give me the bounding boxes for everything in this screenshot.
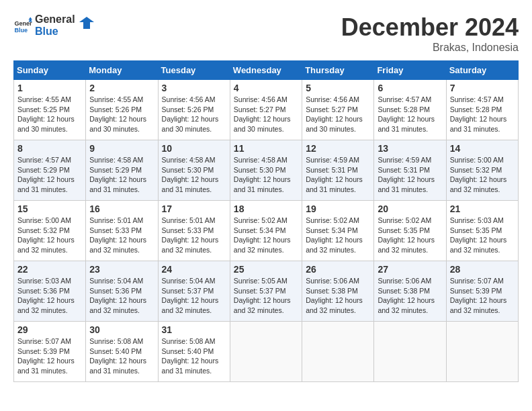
day-detail: Sunrise: 5:08 AMSunset: 5:40 PMDaylight:… xyxy=(162,336,226,376)
day-number: 22 xyxy=(17,264,82,275)
day-detail: Sunrise: 5:06 AMSunset: 5:38 PMDaylight:… xyxy=(378,276,442,316)
day-cell: 6Sunrise: 4:57 AMSunset: 5:28 PMDaylight… xyxy=(374,80,446,140)
day-detail: Sunrise: 5:02 AMSunset: 5:35 PMDaylight:… xyxy=(378,216,442,255)
day-detail: Sunrise: 5:00 AMSunset: 5:32 PMDaylight:… xyxy=(450,155,515,195)
day-cell: 26Sunrise: 5:06 AMSunset: 5:38 PMDayligh… xyxy=(302,261,374,322)
day-detail: Sunrise: 4:55 AMSunset: 5:26 PMDaylight:… xyxy=(89,95,154,134)
calendar-week-4: 29Sunrise: 5:07 AMSunset: 5:39 PMDayligh… xyxy=(14,322,519,382)
day-number: 25 xyxy=(234,264,298,275)
day-detail: Sunrise: 4:56 AMSunset: 5:27 PMDaylight:… xyxy=(306,95,370,134)
day-detail: Sunrise: 5:07 AMSunset: 5:39 PMDaylight:… xyxy=(450,276,515,316)
day-number: 14 xyxy=(450,143,515,154)
col-monday: Monday xyxy=(86,61,158,80)
calendar-week-3: 22Sunrise: 5:03 AMSunset: 5:36 PMDayligh… xyxy=(14,261,519,322)
day-number: 30 xyxy=(89,324,154,335)
logo-general: General xyxy=(35,13,75,26)
day-detail: Sunrise: 4:59 AMSunset: 5:31 PMDaylight:… xyxy=(378,155,442,195)
day-cell: 5Sunrise: 4:56 AMSunset: 5:27 PMDaylight… xyxy=(302,80,374,140)
day-cell: 27Sunrise: 5:06 AMSunset: 5:38 PMDayligh… xyxy=(374,261,446,322)
svg-text:Blue: Blue xyxy=(14,26,28,33)
day-number: 6 xyxy=(378,83,442,93)
day-number: 27 xyxy=(378,264,442,275)
day-cell xyxy=(302,322,374,382)
day-cell: 7Sunrise: 4:57 AMSunset: 5:28 PMDaylight… xyxy=(446,80,518,140)
col-tuesday: Tuesday xyxy=(158,61,230,80)
day-number: 23 xyxy=(89,264,154,275)
day-cell: 11Sunrise: 4:58 AMSunset: 5:30 PMDayligh… xyxy=(230,140,302,201)
day-number: 2 xyxy=(89,83,154,93)
logo-blue: Blue xyxy=(35,26,75,38)
day-number: 28 xyxy=(450,264,515,275)
day-detail: Sunrise: 4:57 AMSunset: 5:29 PMDaylight:… xyxy=(17,155,82,195)
day-detail: Sunrise: 5:05 AMSunset: 5:37 PMDaylight:… xyxy=(234,276,298,316)
day-cell: 8Sunrise: 4:57 AMSunset: 5:29 PMDaylight… xyxy=(14,140,86,201)
day-detail: Sunrise: 5:02 AMSunset: 5:34 PMDaylight:… xyxy=(306,216,370,255)
day-number: 13 xyxy=(378,143,442,154)
day-number: 31 xyxy=(162,324,226,335)
day-cell: 30Sunrise: 5:08 AMSunset: 5:40 PMDayligh… xyxy=(86,322,158,382)
day-number: 21 xyxy=(450,203,515,214)
day-number: 3 xyxy=(162,83,226,93)
day-cell: 19Sunrise: 5:02 AMSunset: 5:34 PMDayligh… xyxy=(302,201,374,261)
day-cell: 23Sunrise: 5:04 AMSunset: 5:36 PMDayligh… xyxy=(86,261,158,322)
day-number: 17 xyxy=(162,203,226,214)
day-cell: 12Sunrise: 4:59 AMSunset: 5:31 PMDayligh… xyxy=(302,140,374,201)
day-number: 4 xyxy=(234,83,298,93)
day-cell: 25Sunrise: 5:05 AMSunset: 5:37 PMDayligh… xyxy=(230,261,302,322)
day-detail: Sunrise: 4:58 AMSunset: 5:29 PMDaylight:… xyxy=(89,155,154,195)
day-cell: 31Sunrise: 5:08 AMSunset: 5:40 PMDayligh… xyxy=(158,322,230,382)
day-detail: Sunrise: 5:00 AMSunset: 5:32 PMDaylight:… xyxy=(17,216,82,255)
day-detail: Sunrise: 4:55 AMSunset: 5:25 PMDaylight:… xyxy=(17,95,82,134)
day-number: 12 xyxy=(306,143,370,154)
day-number: 24 xyxy=(162,264,226,275)
day-cell xyxy=(230,322,302,382)
day-cell: 13Sunrise: 4:59 AMSunset: 5:31 PMDayligh… xyxy=(374,140,446,201)
day-cell: 28Sunrise: 5:07 AMSunset: 5:39 PMDayligh… xyxy=(446,261,518,322)
day-number: 1 xyxy=(17,83,82,93)
day-detail: Sunrise: 4:56 AMSunset: 5:27 PMDaylight:… xyxy=(234,95,298,134)
logo: General Blue General Blue xyxy=(13,13,94,37)
day-number: 19 xyxy=(306,203,370,214)
svg-marker-4 xyxy=(79,17,94,29)
day-cell: 3Sunrise: 4:56 AMSunset: 5:26 PMDaylight… xyxy=(158,80,230,140)
day-detail: Sunrise: 4:57 AMSunset: 5:28 PMDaylight:… xyxy=(378,95,442,134)
day-number: 16 xyxy=(89,203,154,214)
day-detail: Sunrise: 4:58 AMSunset: 5:30 PMDaylight:… xyxy=(162,155,226,195)
day-cell: 14Sunrise: 5:00 AMSunset: 5:32 PMDayligh… xyxy=(446,140,518,201)
logo-bird-icon xyxy=(79,15,94,30)
calendar-week-0: 1Sunrise: 4:55 AMSunset: 5:25 PMDaylight… xyxy=(14,80,519,140)
day-detail: Sunrise: 4:59 AMSunset: 5:31 PMDaylight:… xyxy=(306,155,370,195)
day-number: 8 xyxy=(17,143,82,154)
day-number: 7 xyxy=(450,83,515,93)
col-friday: Friday xyxy=(374,61,446,80)
day-detail: Sunrise: 5:04 AMSunset: 5:37 PMDaylight:… xyxy=(162,276,226,316)
day-detail: Sunrise: 5:04 AMSunset: 5:36 PMDaylight:… xyxy=(89,276,154,316)
day-detail: Sunrise: 4:57 AMSunset: 5:28 PMDaylight:… xyxy=(450,95,515,134)
day-cell: 21Sunrise: 5:03 AMSunset: 5:35 PMDayligh… xyxy=(446,201,518,261)
day-cell: 17Sunrise: 5:01 AMSunset: 5:33 PMDayligh… xyxy=(158,201,230,261)
day-cell: 10Sunrise: 4:58 AMSunset: 5:30 PMDayligh… xyxy=(158,140,230,201)
day-detail: Sunrise: 5:07 AMSunset: 5:39 PMDaylight:… xyxy=(17,336,82,376)
calendar-subtitle: Brakas, Indonesia xyxy=(341,42,519,54)
title-block: December 2024 Brakas, Indonesia xyxy=(341,13,519,54)
day-detail: Sunrise: 5:03 AMSunset: 5:36 PMDaylight:… xyxy=(17,276,82,316)
day-number: 11 xyxy=(234,143,298,154)
day-cell: 16Sunrise: 5:01 AMSunset: 5:33 PMDayligh… xyxy=(86,201,158,261)
day-number: 9 xyxy=(89,143,154,154)
day-detail: Sunrise: 5:01 AMSunset: 5:33 PMDaylight:… xyxy=(162,216,226,255)
day-cell: 18Sunrise: 5:02 AMSunset: 5:34 PMDayligh… xyxy=(230,201,302,261)
day-cell: 9Sunrise: 4:58 AMSunset: 5:29 PMDaylight… xyxy=(86,140,158,201)
calendar-week-2: 15Sunrise: 5:00 AMSunset: 5:32 PMDayligh… xyxy=(14,201,519,261)
day-cell: 22Sunrise: 5:03 AMSunset: 5:36 PMDayligh… xyxy=(14,261,86,322)
col-wednesday: Wednesday xyxy=(230,61,302,80)
day-cell: 24Sunrise: 5:04 AMSunset: 5:37 PMDayligh… xyxy=(158,261,230,322)
day-number: 15 xyxy=(17,203,82,214)
day-number: 29 xyxy=(17,324,82,335)
day-cell xyxy=(374,322,446,382)
day-detail: Sunrise: 5:02 AMSunset: 5:34 PMDaylight:… xyxy=(234,216,298,255)
day-number: 20 xyxy=(378,203,442,214)
page-header: General Blue General Blue December 2024 … xyxy=(13,13,519,54)
day-detail: Sunrise: 4:58 AMSunset: 5:30 PMDaylight:… xyxy=(234,155,298,195)
day-detail: Sunrise: 5:08 AMSunset: 5:40 PMDaylight:… xyxy=(89,336,154,376)
col-thursday: Thursday xyxy=(302,61,374,80)
